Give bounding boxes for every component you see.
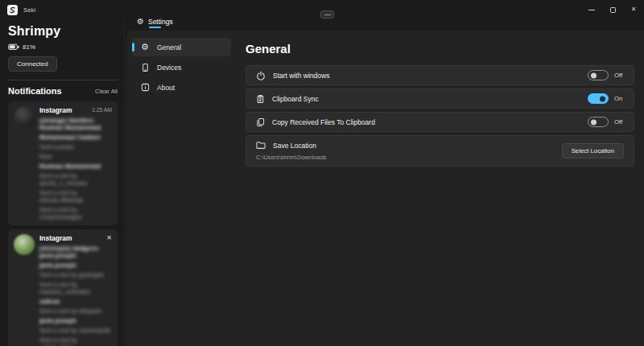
setting-row: Save Location C:\Users\shrim\Downloads S… — [246, 135, 634, 167]
settings-main: General Start with windows Off Clipboard… — [236, 31, 644, 346]
notification-line: Sent a reel by nazamky98 — [39, 327, 112, 334]
notification-head: Instagram ✕ — [39, 234, 112, 242]
connection-status-badge: Connected — [8, 56, 57, 72]
setting-label: Start with windows — [273, 72, 329, 80]
toggle-switch[interactable] — [588, 93, 609, 104]
setting-row-left: Clipboard Sync — [256, 94, 588, 104]
notification-time: 1:25 AM — [92, 107, 112, 113]
setting-row: Clipboard Sync On — [246, 89, 634, 109]
nav-item-label: Devices — [157, 64, 181, 72]
active-tab-indicator — [149, 27, 161, 28]
sidebar-nav-item-about[interactable]: About — [132, 78, 231, 97]
notification-line: Sent a reel by massive_unlimited — [39, 281, 112, 295]
setting-row-right: On — [588, 93, 624, 104]
setting-label-row: Save Location — [256, 141, 562, 150]
notifications-title: Notifications — [8, 86, 62, 96]
settings-nav: ⚙ General Devices About — [126, 31, 236, 346]
tab-settings-label: Settings — [148, 18, 173, 26]
sidebar-nav-item-general[interactable]: ⚙ General — [132, 38, 231, 56]
toggle-knob — [591, 119, 597, 125]
save-location-path: C:\Users\shrim\Downloads — [256, 154, 562, 161]
notification-close-icon[interactable]: ✕ — [106, 235, 112, 241]
notification-line: Sent a reel by _chav_javis_ — [39, 336, 112, 346]
app-title: Seki — [23, 6, 35, 14]
notification-list: Instagram 1:25 AM (strange) families: Ro… — [8, 101, 118, 346]
setting-row: Start with windows Off — [246, 65, 634, 85]
notification-card[interactable]: Instagram ✕ (shrimpis) badgers: javis.jo… — [8, 229, 118, 346]
notification-app: Instagram — [39, 234, 72, 242]
selected-indicator — [132, 43, 134, 51]
notification-line: Sent a reel by dirtyweb — [39, 307, 112, 315]
notification-body: Instagram ✕ (shrimpis) badgers: javis.jo… — [39, 234, 112, 346]
notification-line: javis.joseph — [39, 317, 112, 324]
notification-line: Sent a reel by shinda.offidanijs — [39, 189, 112, 204]
toggle-knob — [600, 96, 605, 101]
battery-percent: 81% — [23, 43, 35, 51]
avatar — [14, 106, 35, 127]
toggle-state-label: On — [614, 95, 624, 102]
gear-icon: ⚙ — [140, 43, 150, 51]
notification-line: Rodnan Muhammad — [39, 163, 112, 170]
tab-bar: ⚙ Settings — [126, 0, 644, 31]
sidebar-nav-item-devices[interactable]: Devices — [132, 58, 231, 76]
device-name: Shrimpy — [8, 24, 118, 39]
nav-item-label: About — [157, 84, 175, 92]
toggle-knob — [591, 72, 597, 78]
notification-head: Instagram 1:25 AM — [39, 106, 112, 114]
toggle-state-label: Off — [614, 118, 624, 126]
toggle-switch[interactable] — [588, 117, 609, 127]
settings-gear-icon: ⚙ — [137, 18, 144, 26]
settings-panel: ⚙ General Devices About General Start wi… — [126, 31, 644, 346]
notification-line: Sent a reel by sports_o_messes — [39, 172, 112, 187]
phone-icon — [140, 63, 150, 72]
notification-line: Reel — [39, 153, 112, 160]
setting-row: Copy Received Files To Clipboard Off — [246, 112, 634, 132]
clear-all-button[interactable]: Clear All — [95, 88, 118, 95]
page-title: General — [246, 42, 634, 56]
content-area: ⚙ Settings ⚙ General Devices About Gener… — [126, 0, 644, 346]
settings-rows: Start with windows Off Clipboard Sync On… — [246, 65, 634, 167]
select-location-button[interactable]: Select Location — [562, 143, 624, 159]
setting-row-right: Off — [588, 117, 624, 127]
notification-body: Instagram 1:25 AM (strange) families: Ro… — [39, 106, 112, 220]
toggle-switch[interactable] — [588, 70, 609, 80]
notification-card[interactable]: Instagram 1:25 AM (strange) families: Ro… — [8, 101, 118, 225]
drag-handle[interactable] — [320, 10, 334, 19]
folder-icon — [256, 141, 266, 150]
nav-item-label: General — [157, 43, 181, 51]
notification-line: Sent a reel by crazymessages — [39, 206, 112, 220]
toggle-state-label: Off — [614, 72, 624, 79]
notification-line: Muhammad Cadden — [39, 134, 112, 141]
setting-row-left: Copy Received Files To Clipboard — [256, 117, 588, 127]
seki-logo-icon — [7, 5, 18, 15]
notification-line: safesa — [39, 298, 112, 305]
notification-line: (shrimpis) badgers: javis.joseph — [39, 245, 112, 259]
setting-label: Save Location — [273, 142, 316, 150]
power-icon — [256, 71, 266, 80]
setting-row-right: Off — [588, 70, 624, 80]
sidebar: Shrimpy 81% Connected Notifications Clea… — [0, 19, 125, 346]
notification-app: Instagram — [39, 106, 72, 114]
drag-handle-dash — [324, 14, 331, 15]
notification-line: Sent a reel by godnayla — [39, 271, 112, 278]
tab-settings[interactable]: ⚙ Settings — [132, 15, 178, 28]
setting-label: Clipboard Sync — [272, 95, 319, 103]
clipboard-icon — [256, 94, 265, 104]
notification-line: Sent a photo — [39, 143, 112, 150]
setting-row-left: Save Location C:\Users\shrim\Downloads — [256, 141, 562, 161]
setting-row-left: Start with windows — [256, 71, 588, 80]
battery-status: 81% — [8, 43, 118, 51]
setting-label: Copy Received Files To Clipboard — [272, 118, 375, 126]
app-window: Seki ✕ Shrimpy 81% Connected Notificatio… — [0, 0, 644, 346]
notification-line: javis.joseph — [39, 262, 112, 269]
avatar — [14, 234, 35, 255]
info-icon — [140, 83, 150, 92]
battery-icon — [8, 43, 19, 51]
copy-icon — [256, 117, 265, 127]
notification-line: (strange) families: Rodnan Muhammad — [39, 117, 112, 131]
sidebar-divider — [8, 80, 118, 80]
notifications-header: Notifications Clear All — [8, 86, 118, 96]
